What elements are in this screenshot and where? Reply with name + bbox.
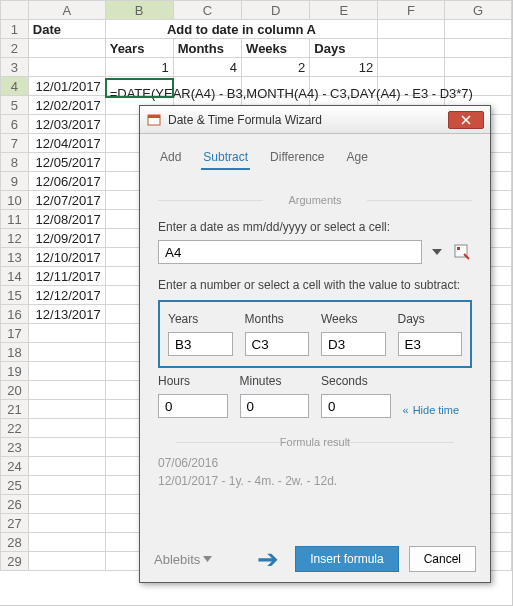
- cell-a2[interactable]: [28, 39, 105, 58]
- cell-g2[interactable]: [445, 39, 512, 58]
- cell-a15[interactable]: 12/12/2017: [28, 286, 105, 305]
- row-24[interactable]: 24: [1, 457, 29, 476]
- arguments-section: Arguments: [140, 194, 490, 206]
- col-b[interactable]: B: [105, 1, 173, 20]
- row-11[interactable]: 11: [1, 210, 29, 229]
- cell-picker-icon[interactable]: [452, 242, 472, 262]
- cell-b2[interactable]: Years: [105, 39, 173, 58]
- row-10[interactable]: 10: [1, 191, 29, 210]
- insert-formula-button[interactable]: Insert formula: [295, 546, 398, 572]
- col-e[interactable]: E: [310, 1, 378, 20]
- row-4[interactable]: 4: [1, 77, 29, 96]
- row-25[interactable]: 25: [1, 476, 29, 495]
- footer: Ablebits ➔ Insert formula Cancel: [140, 536, 490, 582]
- col-c[interactable]: C: [173, 1, 241, 20]
- tab-subtract[interactable]: Subtract: [201, 146, 250, 170]
- cell-a13[interactable]: 12/10/2017: [28, 248, 105, 267]
- row-1[interactable]: 1: [1, 20, 29, 39]
- tab-age[interactable]: Age: [345, 146, 370, 170]
- cell-a10[interactable]: 12/07/2017: [28, 191, 105, 210]
- row-3[interactable]: 3: [1, 58, 29, 77]
- date-input[interactable]: [158, 240, 422, 264]
- row-16[interactable]: 16: [1, 305, 29, 324]
- row-14[interactable]: 14: [1, 267, 29, 286]
- months-input[interactable]: [245, 332, 310, 356]
- row-8[interactable]: 8: [1, 153, 29, 172]
- minutes-input[interactable]: [240, 394, 310, 418]
- cell-a1[interactable]: Date: [28, 20, 105, 39]
- result-section: Formula result: [158, 436, 472, 448]
- row-29[interactable]: 29: [1, 552, 29, 571]
- arrow-icon: ➔: [257, 546, 279, 572]
- row-23[interactable]: 23: [1, 438, 29, 457]
- close-button[interactable]: [448, 111, 484, 129]
- cell-b4[interactable]: =DATE(YEAR(A4) - B3,MONTH(A4) - C3,DAY(A…: [105, 77, 173, 96]
- weeks-label: Weeks: [321, 312, 386, 326]
- cell-g3[interactable]: [445, 58, 512, 77]
- cell-c3[interactable]: 4: [173, 58, 241, 77]
- row-9[interactable]: 9: [1, 172, 29, 191]
- cell-e2[interactable]: Days: [310, 39, 378, 58]
- row-7[interactable]: 7: [1, 134, 29, 153]
- cell-a12[interactable]: 12/09/2017: [28, 229, 105, 248]
- seconds-label: Seconds: [321, 374, 391, 388]
- row-27[interactable]: 27: [1, 514, 29, 533]
- row-2[interactable]: 2: [1, 39, 29, 58]
- cell-a4[interactable]: 12/01/2017: [28, 77, 105, 96]
- col-a[interactable]: A: [28, 1, 105, 20]
- row-15[interactable]: 15: [1, 286, 29, 305]
- brand[interactable]: Ablebits: [154, 552, 247, 567]
- cell-a7[interactable]: 12/04/2017: [28, 134, 105, 153]
- result-text: 07/06/2016 12/01/2017 - 1y. - 4m. - 2w. …: [158, 454, 472, 490]
- weeks-input[interactable]: [321, 332, 386, 356]
- svg-marker-8: [203, 556, 212, 562]
- row-6[interactable]: 6: [1, 115, 29, 134]
- date-dropdown-icon[interactable]: [428, 240, 446, 264]
- cell-a6[interactable]: 12/03/2017: [28, 115, 105, 134]
- cell-c2[interactable]: Months: [173, 39, 241, 58]
- col-g[interactable]: G: [445, 1, 512, 20]
- row-19[interactable]: 19: [1, 362, 29, 381]
- row-17[interactable]: 17: [1, 324, 29, 343]
- cell-g1[interactable]: [445, 20, 512, 39]
- seconds-input[interactable]: [321, 394, 391, 418]
- hours-input[interactable]: [158, 394, 228, 418]
- minutes-label: Minutes: [240, 374, 310, 388]
- cell-f3[interactable]: [378, 58, 445, 77]
- row-13[interactable]: 13: [1, 248, 29, 267]
- row-28[interactable]: 28: [1, 533, 29, 552]
- cell-a16[interactable]: 12/13/2017: [28, 305, 105, 324]
- cell-b1[interactable]: Add to date in column A: [105, 20, 377, 39]
- cell-f1[interactable]: [378, 20, 445, 39]
- row-20[interactable]: 20: [1, 381, 29, 400]
- cell-a11[interactable]: 12/08/2017: [28, 210, 105, 229]
- row-18[interactable]: 18: [1, 343, 29, 362]
- row-5[interactable]: 5: [1, 96, 29, 115]
- cell-a9[interactable]: 12/06/2017: [28, 172, 105, 191]
- days-input[interactable]: [398, 332, 463, 356]
- highlight-box: Years Months Weeks Days: [158, 300, 472, 368]
- select-all[interactable]: [1, 1, 29, 20]
- row-12[interactable]: 12: [1, 229, 29, 248]
- cell-a14[interactable]: 12/11/2017: [28, 267, 105, 286]
- cell-d2[interactable]: Weeks: [242, 39, 310, 58]
- cell-b3[interactable]: 1: [105, 58, 173, 77]
- spreadsheet: A B C D E F G 1 Date Add to date in colu…: [0, 0, 513, 606]
- cell-a5[interactable]: 12/02/2017: [28, 96, 105, 115]
- cell-f2[interactable]: [378, 39, 445, 58]
- cell-e3[interactable]: 12: [310, 58, 378, 77]
- col-d[interactable]: D: [242, 1, 310, 20]
- row-26[interactable]: 26: [1, 495, 29, 514]
- row-22[interactable]: 22: [1, 419, 29, 438]
- tab-add[interactable]: Add: [158, 146, 183, 170]
- cancel-button[interactable]: Cancel: [409, 546, 476, 572]
- tab-difference[interactable]: Difference: [268, 146, 326, 170]
- col-f[interactable]: F: [378, 1, 445, 20]
- years-input[interactable]: [168, 332, 233, 356]
- hide-time-link[interactable]: Hide time: [403, 404, 460, 416]
- titlebar[interactable]: Date & Time Formula Wizard: [140, 106, 490, 134]
- cell-a3[interactable]: [28, 58, 105, 77]
- cell-d3[interactable]: 2: [242, 58, 310, 77]
- row-21[interactable]: 21: [1, 400, 29, 419]
- cell-a8[interactable]: 12/05/2017: [28, 153, 105, 172]
